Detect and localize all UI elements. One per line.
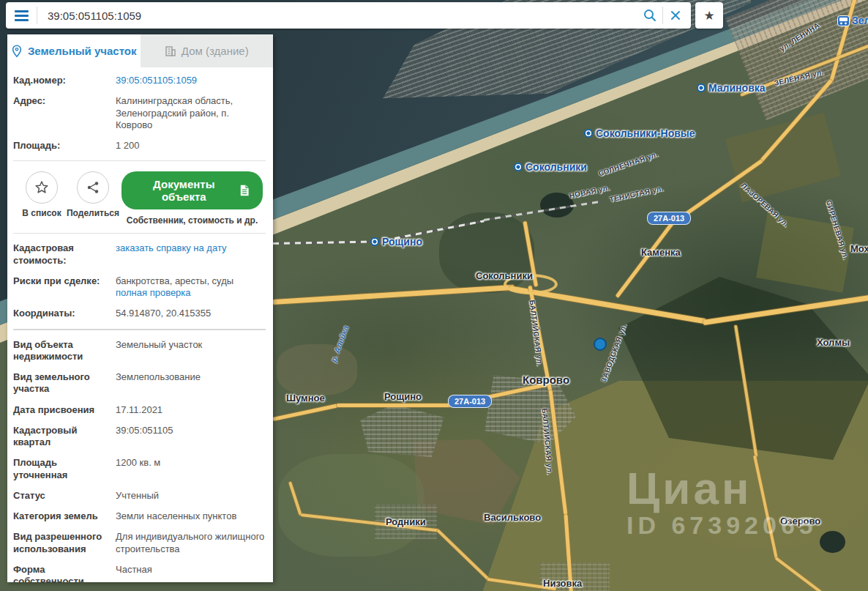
map-place-label: Коврово <box>523 373 569 386</box>
star-icon: ★ <box>703 8 714 23</box>
tab-bar: Земельный участок Дом (здание) <box>7 34 273 67</box>
poi-dot-icon <box>514 163 523 171</box>
share-button[interactable]: Поделиться <box>70 171 116 218</box>
add-to-list-button[interactable]: В список <box>19 171 64 218</box>
field-label: Вид объекта недвижимости <box>13 339 116 363</box>
map-poi-label[interactable]: Малиновка <box>697 82 766 94</box>
divider <box>13 233 266 234</box>
map-place-label: Шумное <box>286 393 325 404</box>
field-label: Форма собственности <box>13 564 116 582</box>
tab-building[interactable]: Дом (здание) <box>141 34 274 67</box>
attribute-row: Дата присвоения 17.11.2021 <box>13 404 266 416</box>
actions-row: В список Поделиться Документы объекта <box>13 170 266 226</box>
favorites-button[interactable]: ★ <box>695 2 723 29</box>
map-poi-label[interactable]: Сокольники-Новые <box>584 127 695 139</box>
attribute-row: Кадастровый квартал 39:05:051105 <box>13 425 266 449</box>
parcel-marker[interactable] <box>594 338 607 351</box>
field-value: банкротства, аресты, суды <box>116 275 266 287</box>
map-field <box>277 344 357 395</box>
attribute-row: Статус Учтенный <box>13 490 266 502</box>
map-place-label: Сокольники <box>476 270 533 281</box>
field-value: Земли населенных пунктов <box>116 510 266 522</box>
app-window: КаменкаСокольникиКовровоШумноеРощиноРодн… <box>0 0 868 591</box>
field-label: Площадь: <box>13 140 116 152</box>
summary-row: Кад.номер: 39:05:051105:1059 <box>13 75 266 86</box>
field-label: Площадь уточненная <box>13 457 116 481</box>
search-input[interactable] <box>37 10 637 22</box>
attribute-row: Вид объекта недвижимости Земельный участ… <box>13 339 266 363</box>
field-value: Для индивидуального жилищного строительс… <box>116 531 266 555</box>
field-label: Дата присвоения <box>13 404 116 416</box>
field-value: 17.11.2021 <box>116 404 266 416</box>
share-icon <box>77 171 109 204</box>
summary-row: Площадь: 1 200 <box>13 140 266 152</box>
field-label: Статус <box>13 490 116 502</box>
train-station-icon <box>837 15 850 26</box>
hamburger-menu-button[interactable] <box>6 2 37 29</box>
field-label: Кадастровая стоимость: <box>13 242 116 267</box>
summary-row: Адрес: Калининградская область, Зеленогр… <box>13 95 266 131</box>
field-label: Вид разрешенного использования <box>13 531 116 555</box>
field-value: Земельный участок <box>116 339 266 351</box>
check-row: Кадастровая стоимость: заказать справку … <box>13 242 266 267</box>
field-value: Землепользование <box>116 371 266 383</box>
field-label: Кадастровый квартал <box>13 425 116 449</box>
field-link[interactable]: заказать справку на дату <box>116 242 266 254</box>
field-label: Вид земельного участка <box>13 371 116 395</box>
tab-land-parcel[interactable]: Земельный участок <box>7 34 141 67</box>
map-place-label: Озерово <box>780 516 820 527</box>
field-link[interactable]: полная проверка <box>116 287 266 299</box>
map-poi-label[interactable]: Сокольники <box>514 161 587 173</box>
poi-dot-icon <box>584 129 593 138</box>
poi-dot-icon <box>697 83 706 92</box>
field-value: Частная <box>116 564 266 576</box>
map-place-label: Низовка <box>543 578 582 589</box>
search-bar <box>6 2 691 29</box>
road-shield: 27А-013 <box>448 395 492 408</box>
object-documents-button[interactable]: Документы объекта <box>121 171 263 209</box>
map-place-label: Рощино <box>384 391 422 402</box>
field-value: Учтенный <box>116 490 266 502</box>
check-row: Риски при сделке: банкротства, аресты, с… <box>13 275 266 300</box>
field-label: Риски при сделке: <box>13 275 116 300</box>
map-pin-icon <box>11 45 23 58</box>
magnifier-icon[interactable] <box>637 2 662 29</box>
star-outline-icon <box>26 171 58 204</box>
attribute-row: Площадь уточненная 1200 кв. м <box>13 457 266 481</box>
road-segment <box>337 404 451 407</box>
map-place-label: Родники <box>386 516 426 527</box>
check-row: Координаты: 54.914870, 20.415355 <box>13 308 266 319</box>
map-pond <box>820 531 845 553</box>
attribute-row: Вид разрешенного использования Для индив… <box>13 531 266 555</box>
attribute-row: Вид земельного участка Землепользование <box>13 371 266 395</box>
building-icon <box>165 45 176 57</box>
field-value: 1 200 <box>116 140 266 152</box>
map-place-label: Васильково <box>484 512 541 523</box>
field-value: 39:05:051105 <box>116 425 266 436</box>
train-station-label: Зеле <box>837 15 868 26</box>
map-poi-label[interactable]: Рощино <box>370 236 422 248</box>
field-label: Категория земель <box>13 510 116 522</box>
document-icon <box>239 184 250 197</box>
field-label: Адрес: <box>13 95 116 131</box>
panel-body: Кад.номер: 39:05:051105:1059 Адрес: Кали… <box>7 67 273 582</box>
map-place-label: Мох <box>850 243 868 254</box>
docs-caption: Собственник, стоимость и др. <box>127 215 258 226</box>
divider <box>13 329 266 330</box>
divider <box>13 160 266 161</box>
road-shield: 27А-013 <box>647 212 691 225</box>
close-icon[interactable] <box>663 2 688 29</box>
attribute-row: Категория земель Земли населенных пункто… <box>13 510 266 522</box>
field-value: Калининградская область, Зеленоградский … <box>116 95 266 131</box>
attribute-row: Форма собственности Частная <box>13 564 266 582</box>
field-label: Координаты: <box>13 308 116 319</box>
field-label: Кад.номер: <box>13 75 116 86</box>
field-value: 1200 кв. м <box>116 457 266 469</box>
field-value: 54.914870, 20.415355 <box>116 308 266 319</box>
map-place-label: Каменка <box>641 247 681 258</box>
field-value: 39:05:051105:1059 <box>116 75 266 86</box>
poi-dot-icon <box>370 237 379 246</box>
object-info-panel: Земельный участок Дом (здание) Кад.номер <box>7 34 273 582</box>
map-place-label: Холмы <box>817 337 850 348</box>
